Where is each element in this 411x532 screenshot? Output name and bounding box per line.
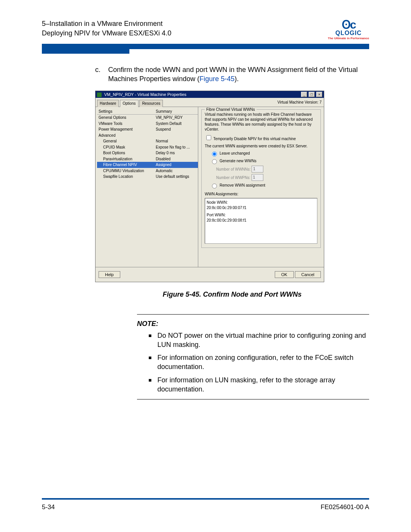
note-item: ■ For information on LUN masking, refer …	[148, 375, 369, 394]
vm-icon	[97, 93, 102, 97]
list-item[interactable]: ParavirtualizationDisabled	[97, 156, 198, 162]
logo-icon: ʘc	[328, 19, 369, 30]
port-wwn-value: 20:8c:00:0c:29:00:08:f1	[207, 218, 315, 223]
page-number: 5-34	[42, 503, 55, 511]
settings-list: Settings Summary General OptionsVM_NPIV_…	[96, 107, 198, 267]
note-item: ■ For information on zoning configuratio…	[148, 353, 369, 372]
num-wwpn-label: Number of WWPNs:	[216, 175, 250, 179]
brand-logo: ʘc QLOGIC The Ultimate in Performance	[328, 19, 369, 40]
list-item[interactable]: VMware ToolsSystem Default	[97, 121, 198, 127]
header-line2: Deploying NPIV for VMware ESX/ESXi 4.0	[42, 29, 171, 38]
node-wwn-label: Node WWN:	[207, 200, 315, 205]
bullet-icon: ■	[148, 332, 151, 350]
assignments-label: WWN Assignments:	[205, 192, 317, 197]
logo-tagline: The Ultimate in Performance	[328, 37, 369, 40]
footer-rule	[42, 498, 369, 500]
tab-resources[interactable]: Resources	[139, 100, 163, 107]
help-button[interactable]: Help	[99, 271, 120, 278]
num-wwpn-input[interactable]	[252, 174, 263, 181]
header-line1: 5–Installation in a VMware Environment	[42, 19, 171, 29]
figure-caption: Figure 5-45. Confirm Node and Port WWNs	[42, 290, 369, 299]
step-text: Confirm the node WWN and port WWN in the…	[108, 65, 369, 84]
wwn-status: The current WWN assignments were created…	[205, 144, 317, 149]
dialog-titlebar: VM_NPIV_RDY - Virtual Machine Properties…	[96, 91, 324, 98]
vm-version-label: Virtual Machine Version: 7	[275, 98, 324, 107]
vm-properties-dialog: VM_NPIV_RDY - Virtual Machine Properties…	[95, 91, 324, 282]
tab-hardware[interactable]: Hardware	[97, 100, 119, 107]
bullet-icon: ■	[148, 354, 151, 372]
title-left: VM_NPIV_RDY - Virtual Machine Properties	[97, 92, 186, 97]
list-item[interactable]: Power ManagementSuspend	[97, 126, 198, 133]
list-item[interactable]: CPU/MMU VirtualizationAutomatic	[97, 168, 198, 174]
ok-button[interactable]: OK	[275, 271, 294, 278]
note-heading: NOTE:	[137, 314, 369, 328]
num-wwnn-input[interactable]	[252, 166, 263, 173]
doc-number: FE0254601-00 A	[320, 503, 369, 511]
step-label: c.	[95, 65, 108, 84]
header-rule	[42, 44, 369, 49]
list-item[interactable]: Swapfile LocationUse default settings	[97, 174, 198, 180]
radio-remove-label: Remove WWN assignment	[220, 183, 265, 188]
list-item[interactable]: Advanced	[97, 133, 198, 139]
fc-wwn-group: Fibre Channel Virtual WWNs Virtual machi…	[201, 109, 321, 248]
col-summary: Summary	[154, 109, 198, 115]
fc-description: Virtual machines running on hosts with F…	[205, 112, 317, 132]
radio-leave-label: Leave unchanged	[220, 151, 250, 156]
note-end-rule	[137, 399, 369, 399]
list-item[interactable]: GeneralNormal	[97, 138, 198, 144]
cancel-button[interactable]: Cancel	[295, 271, 321, 278]
col-settings: Settings	[97, 109, 154, 115]
note-item: ■ Do NOT power on the virtual machine pr…	[148, 331, 369, 350]
header-rule-short	[42, 49, 129, 54]
radio-remove[interactable]	[212, 184, 217, 189]
minimize-icon[interactable]: _	[301, 92, 307, 97]
bullet-icon: ■	[148, 377, 151, 394]
disable-npiv-checkbox[interactable]	[206, 135, 211, 140]
num-wwnn-label: Number of WWNNs:	[216, 167, 251, 171]
list-item-selected[interactable]: Fibre Channel NPIVAssigned	[97, 162, 198, 168]
dialog-title: VM_NPIV_RDY - Virtual Machine Properties	[104, 92, 186, 97]
radio-generate-label: Generate new WWNs	[220, 158, 256, 164]
group-title: Fibre Channel Virtual WWNs	[205, 107, 256, 112]
radio-leave-unchanged[interactable]	[212, 152, 217, 157]
close-icon[interactable]: ×	[316, 92, 322, 97]
logo-brand: QLOGIC	[328, 30, 369, 37]
disable-npiv-label: Temporarily Disable NPIV for this virtua…	[213, 137, 296, 141]
list-item[interactable]: Boot OptionsDelay 0 ms	[97, 150, 198, 156]
port-wwn-label: Port WWN:	[207, 212, 315, 218]
maximize-icon[interactable]: □	[309, 92, 315, 97]
dialog-footer: Help OK Cancel	[96, 267, 324, 282]
node-wwn-value: 20:8c:00:0c:29:00:07:f1	[207, 205, 315, 211]
window-controls: _ □ ×	[301, 92, 322, 97]
wwn-assignments-box[interactable]: Node WWN: 20:8c:00:0c:29:00:07:f1 Port W…	[205, 198, 317, 244]
radio-generate-new[interactable]	[212, 159, 217, 164]
tab-options[interactable]: Options	[120, 100, 138, 107]
list-item[interactable]: CPUID MaskExpose Nx flag to ...	[97, 144, 198, 150]
list-item[interactable]: General OptionsVM_NPIV_RDY	[97, 115, 198, 121]
figure-link[interactable]: Figure 5-45	[199, 75, 234, 83]
dialog-tabs: Hardware Options Resources	[96, 98, 164, 107]
